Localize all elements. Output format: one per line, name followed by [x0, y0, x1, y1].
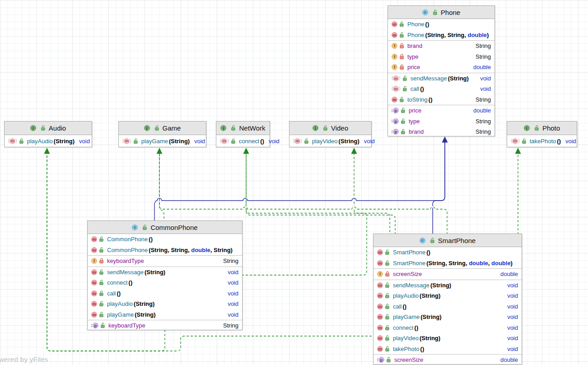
public-unlock-icon: [385, 335, 390, 341]
class-header: IGame: [119, 122, 206, 135]
member-name: sendMessage: [107, 269, 144, 276]
public-unlock-icon: [385, 304, 390, 309]
member-row-price[interactable]: ppricedouble: [388, 105, 495, 116]
member-row-keyboardType[interactable]: fkeyboardTypeString: [88, 256, 242, 267]
class-node-network[interactable]: INetWork(m)connect()void: [216, 121, 270, 147]
triangle-arrowhead-Phone: [442, 136, 448, 143]
abstract-method-icon: (m): [511, 138, 520, 144]
public-unlock-icon: [399, 97, 405, 103]
member-row-CommonPhone[interactable]: mCommonPhone(): [88, 234, 242, 245]
method-icon: m: [377, 325, 383, 331]
member-name: type: [409, 118, 420, 125]
extends-edge-SmartPhone-Phone[interactable]: [433, 140, 445, 234]
diagram-canvas[interactable]: cPhonemPhone()mPhone(String, String, dou…: [0, 0, 588, 365]
class-node-photo[interactable]: IPhoto(m)takePhoto()void: [507, 121, 577, 147]
member-row-keyboardType[interactable]: pkeyboardTypeString: [88, 320, 242, 331]
member-signature: (String): [145, 269, 165, 276]
member-row-toString[interactable]: mtoString()String: [388, 94, 495, 105]
member-row-playAudio[interactable]: mplayAudio(String)void: [88, 299, 242, 309]
member-return-type: void: [503, 303, 518, 310]
member-name: keyboardType: [108, 322, 145, 329]
property-icon: p: [392, 108, 399, 113]
member-row-brand[interactable]: pbrandString: [388, 126, 495, 137]
member-name: connect: [107, 279, 128, 286]
public-unlock-icon: [99, 269, 104, 275]
member-section: (m)connect()void: [216, 135, 270, 147]
member-row-price[interactable]: fpricedouble: [388, 62, 495, 73]
public-unlock-icon: [402, 86, 408, 92]
member-row-sendMessage[interactable]: msendMessage(String)void: [373, 280, 522, 291]
member-return-type: void: [476, 85, 491, 92]
class-header: IAudio: [5, 122, 92, 135]
member-name: playGame: [107, 311, 134, 318]
member-row-SmartPhone[interactable]: mSmartPhone(String, String, double, doub…: [373, 258, 522, 269]
member-row-sendMessage[interactable]: (m)sendMessage(String)void: [388, 73, 495, 84]
member-row-brand[interactable]: fbrandString: [388, 41, 495, 51]
member-row-call[interactable]: mcall()void: [373, 301, 522, 312]
implements-edge-SmartPhone-NetWork[interactable]: [246, 153, 395, 234]
member-row-takePhoto[interactable]: mtakePhoto()void: [373, 344, 522, 355]
implements-edge-SmartPhone-Video[interactable]: [354, 153, 390, 234]
member-signature: (): [420, 85, 424, 92]
member-row-SmartPhone[interactable]: mSmartPhone(): [373, 247, 522, 258]
member-section: fscreenSizedouble: [373, 268, 522, 280]
abstract-method-icon: (m): [220, 138, 229, 144]
public-unlock-icon: [304, 138, 309, 144]
abstract-method-icon: (m): [392, 86, 401, 92]
member-name: playGame: [393, 314, 420, 320]
member-name: Phone: [407, 32, 425, 38]
member-row-connect[interactable]: mconnect()void: [373, 323, 522, 333]
member-return-type: String: [219, 322, 238, 329]
member-row-type[interactable]: ftypeString: [388, 51, 495, 62]
triangle-arrowhead-Game: [157, 148, 163, 154]
implements-edge-CommonPhone-Game[interactable]: [159, 153, 164, 221]
member-row-Phone[interactable]: mPhone(): [388, 19, 495, 30]
method-icon: m: [377, 346, 383, 352]
member-row-Phone[interactable]: mPhone(String, String, double): [388, 30, 495, 41]
member-row-screenSize[interactable]: pscreenSizedouble: [373, 355, 522, 365]
member-row-playVideo[interactable]: mplayVideo(String)void: [373, 333, 522, 344]
class-title: Phone: [441, 9, 460, 16]
member-row-takePhoto[interactable]: (m)takePhoto()void: [507, 135, 577, 147]
class-node-phone[interactable]: cPhonemPhone()mPhone(String, String, dou…: [387, 5, 495, 136]
member-row-sendMessage[interactable]: msendMessage(String)void: [88, 267, 242, 278]
class-header: IPhoto: [507, 122, 577, 135]
member-row-playGame[interactable]: (m)playGame(String)void: [119, 135, 206, 147]
class-node-commonphone[interactable]: cCommonPhonemCommonPhone()mCommonPhone(S…: [87, 220, 243, 330]
private-lock-icon: [385, 271, 390, 277]
member-return-type: void: [223, 300, 238, 307]
member-return-type: void: [359, 138, 375, 145]
method-icon: m: [377, 314, 383, 320]
member-row-call[interactable]: mcall()void: [88, 288, 242, 299]
member-signature: (String): [420, 335, 440, 342]
member-name: connect: [239, 138, 260, 145]
implements-edge-CommonPhone-NetWork[interactable]: [242, 153, 367, 275]
member-row-playAudio[interactable]: mplayAudio(String)void: [373, 290, 522, 301]
interface-icon: I: [144, 125, 150, 131]
public-unlock-icon: [154, 125, 160, 131]
method-icon: m: [377, 260, 383, 266]
class-node-audio[interactable]: IAudio(m)playAudio(String)void: [4, 121, 92, 147]
member-section: msendMessage(String)voidmconnect()voidmc…: [88, 267, 242, 320]
member-row-call[interactable]: (m)call()void: [388, 84, 495, 94]
member-row-type[interactable]: ptypeString: [388, 116, 495, 127]
private-lock-icon: [399, 54, 405, 60]
member-row-playVideo[interactable]: (m)playVideo(String)void: [289, 135, 371, 147]
public-unlock-icon: [534, 125, 540, 131]
class-node-video[interactable]: IVideo(m)playVideo(String)void: [289, 121, 372, 147]
member-signature: (): [557, 138, 561, 145]
member-row-playGame[interactable]: mplayGame(String)void: [88, 309, 242, 320]
class-node-game[interactable]: IGame(m)playGame(String)void: [118, 121, 206, 147]
member-name: SmartPhone: [393, 260, 425, 267]
field-icon: f: [91, 258, 97, 264]
member-name: takePhoto: [393, 346, 420, 352]
class-header: cPhone: [388, 6, 495, 19]
method-icon: m: [91, 301, 97, 307]
member-row-CommonPhone[interactable]: mCommonPhone(String, String, double, Str…: [88, 245, 242, 256]
class-node-smartphone[interactable]: cSmartPhonemSmartPhone()mSmartPhone(Stri…: [373, 234, 522, 365]
member-row-playAudio[interactable]: (m)playAudio(String)void: [5, 135, 92, 147]
member-row-playGame[interactable]: mplayGame(String)void: [373, 312, 522, 323]
member-row-connect[interactable]: mconnect()void: [88, 277, 242, 288]
member-row-screenSize[interactable]: fscreenSizedouble: [373, 269, 522, 280]
member-row-connect[interactable]: (m)connect()void: [216, 135, 270, 147]
